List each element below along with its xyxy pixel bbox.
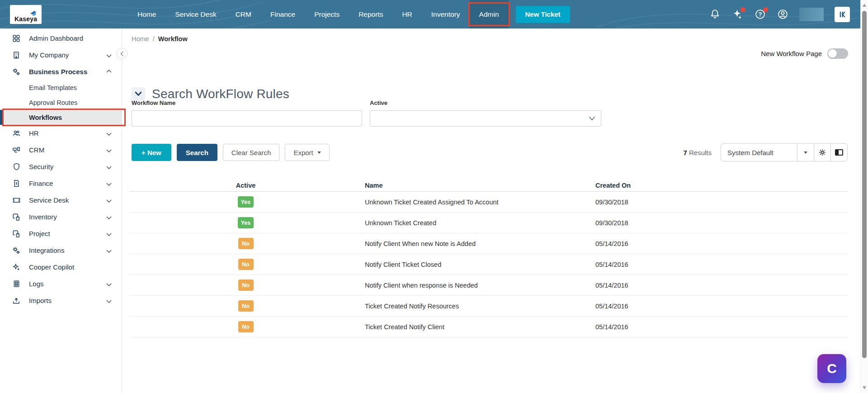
column-header-active[interactable]: Active bbox=[215, 182, 276, 189]
top-navigation-bar: Kaseya Home Service Desk CRM Finance Pro… bbox=[0, 0, 868, 28]
new-button[interactable]: + New bbox=[132, 144, 171, 161]
nav-item-service-desk[interactable]: Service Desk bbox=[165, 0, 226, 28]
kaseya-k-icon bbox=[835, 7, 850, 22]
gears-icon bbox=[11, 67, 21, 77]
view-selector[interactable]: System Default bbox=[721, 144, 797, 161]
sidebar-item-service-desk[interactable]: Service Desk bbox=[0, 192, 122, 208]
chevron-down-icon bbox=[106, 180, 112, 187]
nav-item-crm[interactable]: CRM bbox=[226, 0, 261, 28]
nav-item-projects[interactable]: Projects bbox=[305, 0, 349, 28]
section-collapse-button[interactable] bbox=[132, 87, 145, 101]
sidebar-item-label: Inventory bbox=[29, 213, 57, 221]
active-badge: No bbox=[238, 259, 254, 270]
profile-icon[interactable] bbox=[777, 9, 788, 20]
sidebar-item-security[interactable]: Security bbox=[0, 158, 122, 175]
breadcrumb-home-link[interactable]: Home bbox=[132, 35, 149, 43]
breadcrumb-current: Workflow bbox=[158, 35, 188, 43]
page-title: Search WorkFlow Rules bbox=[152, 87, 289, 101]
breadcrumb: Home / Workflow bbox=[132, 35, 188, 43]
active-badge: No bbox=[238, 300, 254, 312]
sidebar-item-label: Admin Dashboard bbox=[29, 34, 83, 42]
sidebar-item-admin-dashboard[interactable]: Admin Dashboard bbox=[0, 30, 122, 47]
table-row[interactable]: No Ticket Created Notify Client 05/14/20… bbox=[129, 317, 848, 337]
results-count-label: Results bbox=[689, 149, 712, 156]
nav-item-home[interactable]: Home bbox=[128, 0, 165, 28]
dashboard-icon bbox=[11, 33, 21, 43]
sidebar-item-label: My Company bbox=[29, 51, 69, 59]
sidebar-item-inventory[interactable]: Inventory bbox=[0, 208, 122, 225]
table-row[interactable]: Yes Unknown Ticket Created Assigned To A… bbox=[129, 192, 848, 213]
table-row[interactable]: No Notify Client When new Note is Added … bbox=[129, 233, 848, 254]
active-badge: Yes bbox=[238, 217, 254, 228]
help-icon[interactable]: ? bbox=[754, 9, 766, 20]
new-ticket-button[interactable]: New Ticket bbox=[516, 6, 570, 23]
active-badge: No bbox=[238, 279, 254, 291]
column-header-created-on[interactable]: Created On bbox=[595, 182, 848, 189]
column-header-name[interactable]: Name bbox=[365, 182, 595, 189]
nav-item-hr[interactable]: HR bbox=[392, 0, 421, 28]
bell-icon[interactable] bbox=[709, 9, 721, 20]
cooper-copilot-button[interactable]: C bbox=[817, 354, 846, 383]
ticket-icon bbox=[11, 195, 21, 205]
created-on-cell: 05/14/2016 bbox=[595, 323, 848, 331]
scrollbar-up-arrow[interactable] bbox=[863, 4, 866, 7]
kaseya-logo[interactable]: Kaseya bbox=[10, 5, 42, 24]
ai-sparkle-icon[interactable] bbox=[731, 9, 743, 20]
sidebar-item-crm[interactable]: CRM bbox=[0, 142, 122, 158]
sidebar-item-label: HR bbox=[29, 129, 39, 137]
breadcrumb-separator: / bbox=[153, 35, 155, 43]
results-toolbar: 7 Results System Default bbox=[683, 143, 848, 161]
active-badge: No bbox=[238, 321, 254, 332]
workflow-name-input[interactable] bbox=[132, 110, 362, 127]
scrollbar-thumb[interactable] bbox=[862, 11, 867, 358]
export-button[interactable]: Export bbox=[285, 144, 329, 161]
new-workflow-page-label: New Workflow Page bbox=[761, 50, 822, 57]
columns-button[interactable] bbox=[830, 144, 847, 161]
sidebar-item-imports[interactable]: Imports bbox=[0, 292, 122, 309]
sidebar-item-finance[interactable]: $ Finance bbox=[0, 175, 122, 192]
sidebar-item-email-templates[interactable]: Email Templates bbox=[0, 80, 122, 95]
main-content: Home / Workflow New Workflow Page Search… bbox=[122, 28, 868, 393]
sidebar-collapse-button[interactable] bbox=[116, 48, 127, 59]
chevron-down-icon bbox=[106, 146, 112, 154]
workflow-name-cell: Ticket Created Notify Client bbox=[365, 323, 595, 331]
table-row[interactable]: Yes Unknown Ticket Created 09/30/2018 bbox=[129, 213, 848, 233]
settings-button[interactable] bbox=[814, 144, 830, 161]
sidebar-item-label: Business Process bbox=[29, 68, 87, 76]
chevron-down-icon bbox=[106, 51, 112, 59]
new-workflow-page-toggle[interactable] bbox=[827, 48, 848, 59]
scrollbar-down-arrow[interactable] bbox=[863, 386, 866, 389]
sparkle-icon bbox=[11, 262, 21, 272]
chevron-down-icon bbox=[106, 129, 112, 137]
chevron-left-icon bbox=[120, 51, 124, 57]
sidebar-item-integrations[interactable]: Integrations bbox=[0, 242, 122, 259]
chevron-down-icon bbox=[106, 280, 112, 288]
sidebar-item-project[interactable]: Project bbox=[0, 225, 122, 242]
sidebar-item-my-company[interactable]: My Company bbox=[0, 47, 122, 63]
user-name-redacted[interactable] bbox=[799, 8, 824, 21]
chevron-down-icon bbox=[106, 196, 112, 204]
kaseya-logo-text: Kaseya bbox=[14, 16, 37, 22]
nav-item-finance[interactable]: Finance bbox=[261, 0, 305, 28]
action-buttons: + New Search Clear Search Export bbox=[132, 144, 330, 161]
building-icon bbox=[11, 50, 21, 60]
sidebar-item-business-process[interactable]: Business Process bbox=[0, 63, 122, 80]
nav-item-admin[interactable]: Admin bbox=[470, 0, 509, 28]
view-selector-caret[interactable] bbox=[797, 144, 814, 161]
active-select[interactable] bbox=[370, 110, 601, 127]
sidebar-item-label: Finance bbox=[29, 180, 53, 187]
table-row[interactable]: No Ticket Created Notify Resources 05/14… bbox=[129, 296, 848, 317]
search-button[interactable]: Search bbox=[177, 144, 217, 161]
nav-item-reports[interactable]: Reports bbox=[349, 0, 392, 28]
sidebar-item-hr[interactable]: HR bbox=[0, 125, 122, 142]
clear-search-button[interactable]: Clear Search bbox=[223, 144, 280, 161]
table-row[interactable]: No Notify Client Ticket Closed 05/14/201… bbox=[129, 254, 848, 275]
people-icon bbox=[11, 128, 21, 138]
sidebar-item-cooper-copilot[interactable]: Cooper Copilot bbox=[0, 259, 122, 275]
sidebar-item-approval-routes[interactable]: Approval Routes bbox=[0, 95, 122, 110]
sidebar-item-workflows[interactable]: Workflows bbox=[0, 110, 122, 125]
nav-item-inventory[interactable]: Inventory bbox=[422, 0, 470, 28]
sidebar-item-logs[interactable]: Logs bbox=[0, 275, 122, 292]
workflow-name-cell: Unknown Ticket Created bbox=[365, 219, 595, 227]
table-row[interactable]: No Notify Client when response is Needed… bbox=[129, 275, 848, 296]
